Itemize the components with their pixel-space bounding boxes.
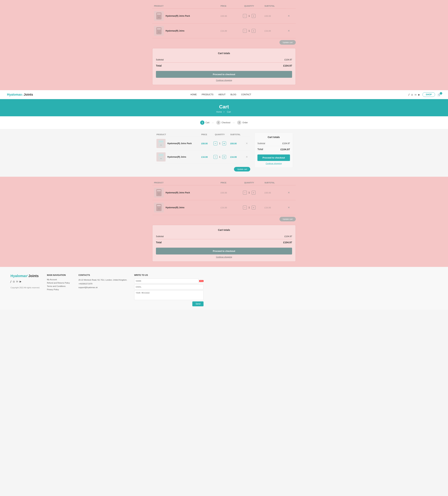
footer-youtube-icon[interactable]: ▶ — [20, 280, 22, 283]
product-price: £69.98 — [221, 192, 227, 194]
nav-home[interactable]: HOME — [190, 93, 197, 96]
svg-rect-1 — [157, 14, 161, 15]
qty-decrease-button[interactable]: − — [243, 29, 247, 33]
table-row: HJ Hyalomax(R) Joins £34.99 − 1 + £34 — [152, 200, 296, 215]
footer-nav-privacy[interactable]: Privacy Policy — [47, 288, 71, 291]
total-row: Total £104.97 — [257, 146, 290, 152]
breadcrumb-home[interactable]: Home — [216, 111, 222, 113]
qty-decrease-button[interactable]: − — [243, 14, 247, 18]
cart-row-1: HJ Hyalomax(R) Joins Pack £69.90 − 1 + — [155, 137, 250, 150]
update-cart-button[interactable]: Update cart — [234, 167, 250, 171]
site-logo: Hyalomax®Joints — [7, 93, 33, 96]
remove-item-button[interactable]: ✕ — [288, 191, 290, 194]
linkedin-icon[interactable]: in — [415, 93, 417, 96]
cart-totals-box: Cart totals Subtotal £104.97 Total £104.… — [254, 132, 293, 168]
footer-write-title: WRITE TO US — [134, 274, 204, 276]
qty-increase-button[interactable]: + — [252, 14, 255, 18]
qty-decrease-button[interactable]: − — [243, 191, 247, 195]
navbar: Hyalomax®Joints HOME PRODUCTS ABOUT BLOG… — [0, 90, 448, 99]
qty-control-2: − 1 + — [212, 155, 227, 159]
total-value: £104.97 — [281, 148, 290, 151]
col-price: PRICE — [219, 3, 236, 9]
footer-nav-refund[interactable]: Refund and Returns Policy — [47, 282, 71, 284]
col-quantity: QUANTITY — [236, 3, 263, 9]
product-price: £34.99 — [221, 30, 227, 32]
cart-count-badge: 0 — [440, 92, 442, 94]
continue-shopping-link[interactable]: Continue shopping — [257, 162, 290, 164]
cart-icon[interactable]: 🛒0 — [437, 93, 441, 96]
send-button[interactable]: Send — [192, 301, 204, 306]
qty-decrease-button[interactable]: − — [243, 206, 247, 209]
message-textarea[interactable] — [134, 290, 204, 300]
footer-instagram-icon[interactable]: ◎ — [13, 280, 15, 283]
footer-facebook-icon[interactable]: 𝒇 — [11, 280, 11, 283]
total-row: Total £104.97 — [156, 239, 292, 245]
remove-item-button[interactable]: ✕ — [288, 14, 290, 17]
qty-increase-2[interactable]: + — [222, 155, 226, 159]
table-row: HJ Hyalomax(R) Joins Pack £69.98 − 1 + — [152, 185, 296, 200]
copyright: Copyright 2022 All rights reserved. — [11, 287, 40, 289]
pink-top-section: PRODUCT PRICE QUANTITY SUBTOTAL HJ Hyalo… — [0, 0, 448, 90]
qty-control-1: − 1 + — [212, 141, 227, 145]
update-cart-button[interactable]: Update cart — [280, 40, 296, 45]
nav-blog[interactable]: BLOG — [230, 93, 236, 96]
svg-text:HJ: HJ — [158, 193, 160, 195]
qty-increase-button[interactable]: + — [252, 29, 255, 33]
qty-decrease-2[interactable]: − — [213, 155, 217, 159]
proceed-to-checkout-button-bottom[interactable]: Proceed to checkout — [156, 248, 292, 254]
breadcrumb-current: Cart — [227, 111, 231, 113]
product-name-1: Hyalomax(R) Joins Pack — [167, 142, 192, 145]
instagram-icon[interactable]: ◎ — [411, 93, 413, 96]
product-subtotal: £34.99 — [264, 206, 271, 209]
total-value: £104.97 — [283, 64, 292, 67]
footer-contacts-col: CONTACTS 20-22 Wenlock Road, N1 7GU, Lon… — [78, 274, 127, 290]
proceed-to-checkout-button[interactable]: Proceed to checkout — [257, 155, 290, 161]
proceed-to-checkout-button[interactable]: Proceed to checkout — [156, 71, 292, 78]
qty-decrease-1[interactable]: − — [213, 141, 217, 145]
required-badge: REQ — [199, 280, 204, 282]
social-links: 𝒇 ◎ in ▶ — [409, 93, 420, 96]
youtube-icon[interactable]: ▶ — [418, 93, 420, 96]
remove-item-button[interactable]: ✕ — [288, 29, 290, 32]
checkout-steps: 1 Cart — 2 Checkout — 3 Order — [0, 116, 448, 129]
hero-banner: Cart Home > Cart — [0, 99, 448, 116]
qty-increase-button[interactable]: + — [252, 191, 255, 195]
product-image: HJ — [154, 203, 164, 212]
col-quantity: QUANTITY — [236, 180, 263, 185]
footer-nav-terms[interactable]: Terms and Conditions — [47, 285, 71, 287]
subtotal-value: £104.97 — [284, 235, 292, 238]
svg-text:HJ: HJ — [158, 31, 160, 33]
shop-button[interactable]: SHOP — [422, 92, 435, 97]
nav-about[interactable]: ABOUT — [218, 93, 225, 96]
subtotal-label: Subtotal — [156, 235, 164, 238]
remove-item-button[interactable]: ✕ — [288, 206, 290, 209]
svg-text:HJ: HJ — [160, 158, 162, 159]
table-row: HJ Hyalomax(R) Joins Pack £69.98 − 1 + — [152, 9, 296, 23]
update-cart-button-bottom[interactable]: Update cart — [280, 217, 296, 221]
footer-nav-myaccount[interactable]: My Account — [47, 279, 71, 280]
continue-shopping-link[interactable]: Continue shopping — [156, 79, 292, 81]
product-name-2: Hyalomax(R) Joins — [167, 156, 186, 158]
total-label: Total — [257, 148, 263, 151]
step-label-3: Order — [242, 121, 248, 124]
footer-linkedin-icon[interactable]: in — [16, 280, 18, 283]
product-thumbnail-2: HJ — [156, 152, 165, 161]
qty-increase-1[interactable]: + — [222, 141, 226, 145]
col-product: PRODUCT — [152, 180, 219, 185]
name-input[interactable] — [134, 279, 198, 283]
remove-2-button[interactable]: ✕ — [246, 155, 248, 158]
total-row: Total £104.97 — [156, 62, 292, 68]
cart-row-2: HJ Hyalomax(R) Joins £34.99 − 1 + £34 — [155, 150, 250, 164]
col-subtotal: SUBTOTAL — [263, 3, 286, 9]
email-input[interactable] — [134, 284, 204, 289]
svg-rect-10 — [159, 154, 163, 156]
step-order: 3 Order — [237, 121, 248, 125]
facebook-icon[interactable]: 𝒇 — [409, 93, 409, 96]
remove-1-button[interactable]: ✕ — [246, 142, 248, 145]
nav-products[interactable]: PRODUCTS — [202, 93, 213, 96]
qty-increase-button[interactable]: + — [252, 206, 255, 209]
product-thumbnail-1: HJ — [156, 139, 165, 148]
nav-contact[interactable]: CONTACT — [241, 93, 251, 96]
footer-email: support@hyalomax.uk — [78, 286, 127, 289]
continue-shopping-link-bottom[interactable]: Continue shopping — [156, 256, 292, 258]
